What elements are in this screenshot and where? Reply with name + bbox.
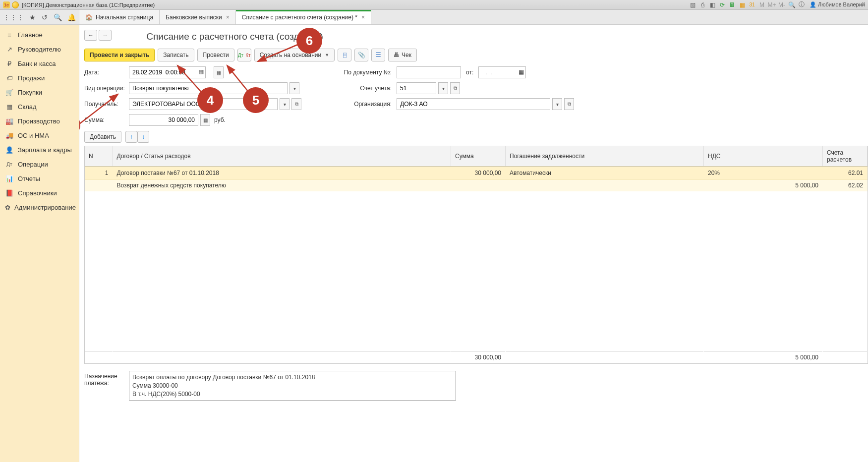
dtkt-button[interactable]: ДтКт [237, 49, 251, 61]
open-button[interactable]: ⧉ [450, 82, 460, 94]
details-grid: N Договор / Статья расходов Сумма Погаше… [84, 146, 868, 364]
post-and-close-button[interactable]: Провести и закрыть [84, 49, 155, 61]
m-plus-icon[interactable]: M+ [768, 1, 776, 9]
tab-home[interactable]: 🏠 Начальная страница [79, 10, 160, 24]
quick-tools: ⋮⋮⋮ ★ ↺ 🔍 🔔 [0, 10, 79, 24]
refresh-icon[interactable]: ⟳ [718, 1, 726, 9]
help-icon[interactable]: ⓘ [798, 1, 806, 9]
purpose-line: В т.ч. НДС(20%) 5000-00 [132, 390, 453, 399]
m-minus-icon[interactable]: M- [778, 1, 786, 9]
date-picker-button[interactable]: ▦ [214, 66, 224, 78]
create-based-button[interactable]: Создать на основании▼ [254, 49, 335, 61]
col-sum[interactable]: Сумма [451, 146, 506, 167]
current-user[interactable]: 👤Любимов Валерий [810, 1, 865, 8]
search-icon[interactable]: 🔍 [54, 13, 62, 21]
list-button[interactable]: ☰ [371, 49, 385, 61]
dropdown-button[interactable]: ▾ [280, 98, 289, 110]
btn-label: Провести и закрыть [90, 52, 149, 58]
col-contract[interactable]: Договор / Статья расходов [113, 146, 451, 167]
sidebar-item-hr[interactable]: 👤Зарплата и кадры [0, 143, 79, 157]
calendar-icon[interactable]: ▦ [738, 1, 746, 9]
printer-icon: 🖶 [394, 52, 400, 58]
attach-button[interactable]: 📎 [354, 49, 368, 61]
sidebar-label: Руководителю [18, 46, 61, 53]
app-logo-icon: 1c [3, 1, 10, 8]
date-input[interactable] [129, 66, 206, 78]
sidebar-item-assets[interactable]: 🚚ОС и НМА [0, 128, 79, 143]
search-icon[interactable]: 🔍 [788, 1, 796, 9]
bell-icon[interactable]: 🔔 [67, 13, 76, 21]
window-menu-icon[interactable] [12, 1, 19, 8]
docno-input[interactable] [397, 66, 461, 78]
sidebar-item-main[interactable]: ≡Главное [0, 28, 79, 42]
move-up-button[interactable]: ↑ [125, 131, 137, 143]
app-tabs-bar: ⋮⋮⋮ ★ ↺ 🔍 🔔 🏠 Начальная страница Банковс… [0, 10, 868, 25]
open-button[interactable]: ⧉ [564, 98, 574, 110]
dtkt-icon: Дт [5, 162, 14, 167]
close-icon[interactable]: × [361, 14, 365, 21]
org-input[interactable] [397, 98, 550, 110]
dropdown-button[interactable]: ▾ [438, 82, 448, 94]
col-accts[interactable]: Счета расчетов [823, 146, 868, 167]
optype-input[interactable] [129, 82, 288, 94]
receipt-button[interactable]: 🖶Чек [388, 49, 417, 61]
calc-icon[interactable]: 🖩 [728, 1, 736, 9]
sidebar-item-purchases[interactable]: 🛒Покупки [0, 85, 79, 100]
date-icon[interactable]: 31 [748, 1, 756, 9]
sum-input[interactable] [129, 114, 198, 126]
purpose-textarea[interactable]: Возврат оплаты по договору Договор поста… [129, 371, 456, 401]
window-title: [КОПИЯ] Демонстрационная база (1С:Предпр… [22, 2, 155, 8]
tab-bank-statements[interactable]: Банковские выписки × [160, 10, 236, 24]
sidebar-label: Зарплата и кадры [18, 146, 72, 154]
dropdown-button[interactable]: ▾ [552, 98, 562, 110]
table-row[interactable]: Возврат денежных средств покупателю 5 00… [85, 179, 868, 192]
cell-debt: Автоматически [506, 167, 704, 179]
calc-button[interactable]: ▦ [200, 114, 210, 126]
toolbar-icon[interactable]: ▧ [689, 1, 696, 9]
calendar-icon[interactable]: ▦ [519, 68, 524, 75]
sidebar-label: ОС и НМА [18, 132, 49, 139]
nav-back-button[interactable]: ← [84, 30, 97, 41]
sidebar-item-warehouse[interactable]: ▦Склад [0, 100, 79, 114]
sidebar-item-catalogs[interactable]: 📕Справочники [0, 186, 79, 200]
cell-vat: 5 000,00 [704, 179, 823, 192]
col-n[interactable]: N [85, 146, 113, 167]
favorite-icon[interactable]: ★ [29, 13, 36, 21]
sidebar-item-sales[interactable]: 🏷Продажи [0, 71, 79, 85]
m-icon[interactable]: M [758, 1, 766, 9]
sidebar-item-admin[interactable]: ✿Администрирование [0, 200, 79, 215]
nav-forward-button[interactable]: → [99, 30, 112, 41]
structure-button[interactable]: ⌸ [338, 49, 351, 61]
history-icon[interactable]: ↺ [42, 13, 48, 21]
toolbar-icon[interactable]: ◧ [708, 1, 716, 9]
account-input[interactable] [397, 82, 436, 94]
col-vat[interactable]: НДС [704, 146, 823, 167]
col-debt[interactable]: Погашение задолженности [506, 146, 704, 167]
sidebar-label: Банк и касса [18, 60, 56, 67]
sidebar-item-production[interactable]: 🏭Производство [0, 114, 79, 128]
purpose-line: Сумма 30000-00 [132, 382, 453, 390]
sidebar-item-manager[interactable]: ↗Руководителю [0, 42, 79, 57]
close-icon[interactable]: × [226, 14, 230, 21]
print-icon[interactable]: ⎙ [698, 1, 706, 9]
recipient-input[interactable] [129, 98, 278, 110]
table-row[interactable]: 1 Договор поставки №67 от 01.10.2018 30 … [85, 167, 868, 179]
sidebar-label: Покупки [18, 89, 42, 96]
home-icon: 🏠 [85, 14, 93, 21]
sidebar-item-operations[interactable]: ДтОперации [0, 157, 79, 172]
open-button[interactable]: ⧉ [291, 98, 301, 110]
sidebar-label: Главное [18, 31, 43, 39]
account-label: Счет учета: [312, 85, 392, 92]
apps-icon[interactable]: ⋮⋮⋮ [3, 13, 24, 21]
dropdown-button[interactable]: ▾ [289, 82, 299, 94]
sidebar-item-reports[interactable]: 📊Отчеты [0, 172, 79, 186]
sidebar-item-bank[interactable]: ₽Банк и касса [0, 57, 79, 71]
move-down-button[interactable]: ↓ [137, 131, 149, 143]
btn-label: Добавить [90, 133, 116, 140]
person-icon: 👤 [5, 146, 14, 154]
coin-icon: ₽ [5, 60, 14, 67]
tab-payment-out[interactable]: Списание с расчетного счета (создание) *… [236, 10, 371, 24]
post-button[interactable]: Провести [197, 49, 234, 61]
save-button[interactable]: Записать [158, 49, 194, 61]
add-row-button[interactable]: Добавить [84, 131, 121, 143]
